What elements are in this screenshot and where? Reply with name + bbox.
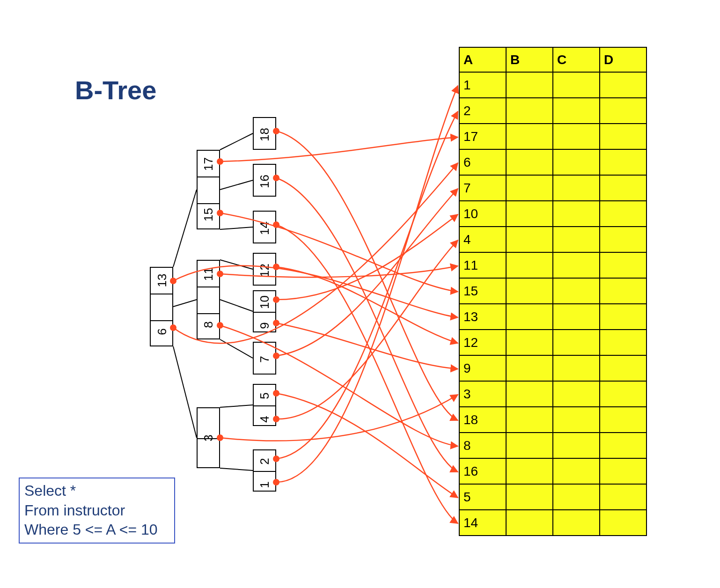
leaf-key-10: 10 [257,294,272,311]
cell-empty [600,381,647,407]
cell-empty [506,484,553,510]
pointer-dot [170,278,176,284]
table-row: 1 [459,72,647,98]
cell-a: 6 [459,149,506,175]
table-row: 3 [459,381,647,407]
leaf-key-18: 18 [257,126,272,143]
cell-empty [506,330,553,355]
svg-line-1 [173,300,197,307]
cell-empty [506,252,553,278]
pointer-dot [273,479,279,485]
sql-query-box: Select * From instructor Where 5 <= A <=… [19,478,175,544]
cell-empty [506,124,553,149]
cell-empty [553,330,600,355]
table-header-row: A B C D [459,47,647,72]
cell-a: 17 [459,124,506,149]
table-row: 13 [459,304,647,330]
table-row: 10 [459,201,647,227]
pointer-dot [217,158,223,165]
internal-key-3: 3 [201,432,216,444]
cell-empty [553,355,600,381]
cell-a: 12 [459,330,506,355]
pointer-dot [170,324,176,331]
pointer-dot [217,322,223,329]
leaf-key-14: 14 [257,220,272,237]
table-row: 16 [459,458,647,484]
svg-line-0 [173,346,197,438]
table-row: 17 [459,124,647,149]
internal-key-15: 15 [201,206,216,223]
cell-a: 15 [459,278,506,304]
cell-a: 7 [459,175,506,201]
data-table: A B C D 121767104111513129318816514 [459,47,647,536]
cell-empty [506,355,553,381]
table-row: 6 [459,149,647,175]
cell-a: 3 [459,381,506,407]
svg-line-4 [220,180,253,190]
cell-empty [553,278,600,304]
svg-line-8 [220,260,253,269]
table-row: 11 [459,252,647,278]
leaf-key-5: 5 [257,390,272,402]
table-row: 15 [459,278,647,304]
cell-empty [600,278,647,304]
cell-empty [506,149,553,175]
root-key-0: 6 [155,326,169,338]
col-header-b: B [506,47,553,72]
cell-empty [600,330,647,355]
cell-empty [600,510,647,536]
cell-a: 9 [459,355,506,381]
leaf-key-12: 12 [257,262,272,279]
cell-a: 13 [459,304,506,330]
pointer-dot [273,296,279,303]
svg-line-6 [220,339,253,358]
cell-empty [506,304,553,330]
query-line-1: Select * [24,481,169,501]
pointer-dot [273,390,279,397]
cell-empty [553,304,600,330]
cell-empty [553,149,600,175]
table-row: 2 [459,98,647,124]
cell-empty [553,124,600,149]
table-row: 18 [459,407,647,433]
cell-empty [506,278,553,304]
cell-a: 2 [459,98,506,124]
cell-empty [506,72,553,98]
cell-a: 1 [459,72,506,98]
svg-line-3 [220,227,253,229]
cell-empty [600,484,647,510]
cell-a: 14 [459,510,506,536]
cell-empty [506,98,553,124]
cell-empty [600,433,647,458]
cell-empty [553,227,600,252]
pointer-dot [273,456,279,462]
cell-empty [600,175,647,201]
table-row: 5 [459,484,647,510]
cell-empty [506,407,553,433]
cell-a: 8 [459,433,506,458]
cell-empty [553,98,600,124]
cell-empty [506,510,553,536]
cell-empty [553,72,600,98]
cell-empty [553,381,600,407]
cell-empty [600,149,647,175]
internal-key-11: 11 [201,266,216,283]
leaf-key-1: 1 [257,479,272,491]
leaf-key-2: 2 [257,456,272,468]
cell-empty [506,458,553,484]
internal-key-8: 8 [201,319,216,331]
cell-empty [553,433,600,458]
diagram-title: B-Tree [75,75,156,105]
cell-empty [600,355,647,381]
pointer-dot [217,271,223,277]
leaf-key-4: 4 [257,413,272,426]
svg-line-10 [220,405,253,407]
cell-a: 10 [459,201,506,227]
pointer-dot [273,128,279,134]
cell-empty [506,175,553,201]
table-row: 14 [459,510,647,536]
pointer-dot [273,353,279,359]
cell-empty [600,458,647,484]
cell-empty [506,201,553,227]
svg-line-9 [220,468,253,470]
